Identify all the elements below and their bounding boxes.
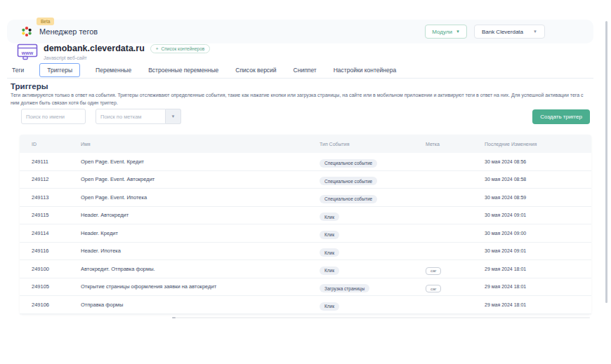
event-type-badge: Клик xyxy=(320,302,339,311)
tags-dropdown-button[interactable]: ▼ xyxy=(166,109,181,124)
app-title: Менеджер тегов xyxy=(39,27,98,36)
container-domain: demobank.cleverdata.ru xyxy=(44,43,145,53)
horizontal-scrollbar-thumb[interactable] xyxy=(172,317,176,318)
table-row[interactable]: 249112 Open Page. Event. Автокредит Спец… xyxy=(20,171,591,189)
website-container-icon: www xyxy=(17,43,38,60)
table-row[interactable]: 249100 Автокредит. Отправка формы. Клик … xyxy=(20,260,591,278)
beta-badge: Beta xyxy=(37,18,54,25)
vertical-scrollbar[interactable] xyxy=(605,21,607,303)
table-row[interactable]: 249114 Header. Кредит Клик 30 мая 2024 0… xyxy=(20,224,591,243)
search-by-tags-input[interactable] xyxy=(96,109,166,124)
column-header-id: ID xyxy=(32,142,81,147)
containers-list-button[interactable]: + Список контейнеров xyxy=(150,44,210,53)
table-row[interactable]: 249113 Open Page. Event. Ипотека Специал… xyxy=(20,189,591,207)
label-badge: car xyxy=(426,267,441,275)
tab-bar: Теги Триггеры Переменные Встроенные пере… xyxy=(7,62,593,79)
event-type-badge: Специальное событие xyxy=(320,159,377,168)
triggers-table: ID Имя Тип События Метка Последние Измен… xyxy=(20,135,591,314)
svg-text:www: www xyxy=(21,50,34,55)
column-header-name: Имя xyxy=(81,142,320,147)
table-header-row: ID Имя Тип События Метка Последние Измен… xyxy=(20,135,591,153)
tab-tags[interactable]: Теги xyxy=(11,64,25,76)
event-type-badge: Клик xyxy=(320,213,339,221)
modules-button[interactable]: Модули ▼ xyxy=(425,25,467,39)
table-row[interactable]: 249115 Header. Автокредит Клик 30 мая 20… xyxy=(20,207,591,225)
table-row[interactable]: 249116 Header. Ипотека Клик 30 мая 2024 … xyxy=(20,243,591,261)
tab-versions[interactable]: Список версий xyxy=(234,64,277,76)
tab-builtin-variables[interactable]: Встроенные переменные xyxy=(147,64,220,76)
event-type-badge: Клик xyxy=(320,248,339,257)
label-badge: car xyxy=(426,285,441,292)
filter-bar: ▼ Создать триггер xyxy=(21,109,590,124)
account-selector[interactable]: Bank Cleverdata ▼ xyxy=(474,25,545,39)
table-row[interactable]: 249111 Open Page. Event. Кредит Специаль… xyxy=(20,153,591,171)
section-description: Теги активируются только в ответ на собы… xyxy=(11,92,588,107)
tag-manager-page: Менеджер тегов Модули ▼ Bank Cleverdata … xyxy=(0,0,611,364)
chevron-down-icon: ▼ xyxy=(171,114,176,119)
page-title: Триггеры xyxy=(11,82,48,90)
plus-icon: + xyxy=(156,46,159,51)
column-header-label: Метка xyxy=(426,142,485,147)
event-type-badge: Клик xyxy=(320,267,339,275)
horizontal-scrollbar[interactable] xyxy=(172,317,590,318)
table-row[interactable]: 249105 Открытие страницы оформления заяв… xyxy=(20,278,591,297)
event-type-badge: Загрузка страницы xyxy=(320,284,369,292)
app-logo-icon xyxy=(21,26,32,37)
tab-container-settings[interactable]: Настройки контейнера xyxy=(332,64,398,76)
container-type: Javascript веб-сайт xyxy=(44,55,210,60)
chevron-down-icon: ▼ xyxy=(456,29,460,34)
table-row[interactable]: 249106 Отправка формы Клик 29 мая 2024 1… xyxy=(20,296,591,314)
search-by-name-input[interactable] xyxy=(21,109,86,124)
container-info: www demobank.cleverdata.ru + Список конт… xyxy=(17,43,210,60)
event-type-badge: Клик xyxy=(320,231,339,239)
event-type-badge: Специальное событие xyxy=(320,177,377,185)
column-header-event-type: Тип События xyxy=(320,142,426,147)
tab-snippet[interactable]: Сниппет xyxy=(292,64,318,76)
create-trigger-button[interactable]: Создать триггер xyxy=(532,109,590,124)
column-header-last-changes: Последние Изменения xyxy=(485,142,591,147)
tab-triggers[interactable]: Триггеры xyxy=(39,63,80,77)
chevron-down-icon: ▼ xyxy=(533,29,537,34)
top-bar: Менеджер тегов Модули ▼ Bank Cleverdata … xyxy=(7,20,593,43)
tab-variables[interactable]: Переменные xyxy=(94,64,133,76)
event-type-badge: Специальное событие xyxy=(320,195,377,203)
